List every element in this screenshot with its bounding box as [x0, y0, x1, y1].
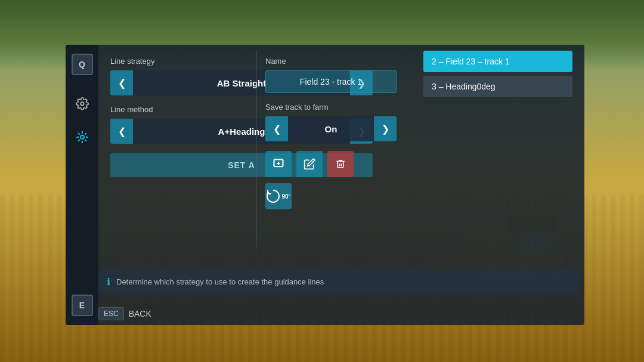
save-track-selector: ❮ On ❯: [265, 116, 397, 141]
save-track-value: On: [288, 124, 374, 134]
back-row: ESC BACK: [98, 307, 151, 320]
routes-icon[interactable]: [72, 126, 93, 148]
sidebar-q-key[interactable]: Q: [72, 54, 93, 75]
line-strategy-prev[interactable]: ❮: [110, 70, 133, 95]
save-track-prev[interactable]: ❮: [265, 116, 288, 141]
line-method-prev[interactable]: ❮: [110, 119, 133, 144]
name-field[interactable]: Field 23 - track 1: [265, 70, 397, 93]
info-bar: ℹ Determine which strategy to use to cre…: [98, 270, 578, 293]
edit-track-button[interactable]: [296, 151, 323, 177]
rotate-button-row: 90°: [265, 183, 397, 209]
svg-point-9: [80, 102, 84, 106]
esc-key-badge: ESC: [98, 307, 124, 320]
sidebar: Q E: [66, 45, 98, 325]
action-icons-row: [265, 151, 397, 177]
rotate-label: 90°: [281, 193, 290, 200]
add-track-button[interactable]: [265, 151, 292, 177]
track-list: 2 – Field 23 – track 1 3 – Heading0deg: [417, 45, 578, 107]
delete-track-button[interactable]: [327, 151, 354, 177]
svg-point-10: [80, 135, 84, 139]
save-track-next[interactable]: ❯: [374, 116, 397, 141]
name-label: Name: [265, 57, 397, 66]
info-text: Determine which strategy to use to creat…: [116, 277, 324, 286]
track-item-1[interactable]: 2 – Field 23 – track 1: [423, 51, 572, 72]
back-button[interactable]: BACK: [129, 309, 151, 318]
info-icon: ℹ: [107, 276, 110, 287]
save-track-label: Save track to farm: [265, 103, 397, 112]
track-item-2[interactable]: 3 – Heading0deg: [423, 76, 572, 97]
sidebar-e-key[interactable]: E: [72, 295, 93, 316]
middle-section: Name Field 23 - track 1 Save track to fa…: [256, 45, 405, 253]
rotate-90-button[interactable]: 90°: [265, 183, 292, 209]
settings-icon[interactable]: [72, 93, 93, 115]
